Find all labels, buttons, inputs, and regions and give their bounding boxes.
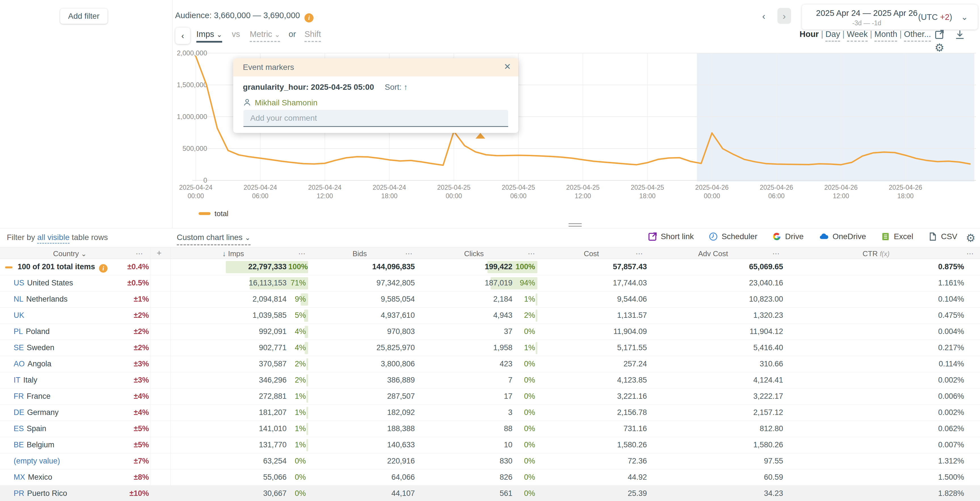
table-row[interactable]: BEBelgium±5%131,7701%140,633100%1,580.26… [0, 437, 980, 453]
column-menu-icon[interactable]: ⋯ [636, 249, 643, 258]
percent-bar [536, 294, 538, 306]
column-header-ctr[interactable]: CTR f(x) [862, 249, 889, 258]
column-header-clicks[interactable]: Clicks [423, 249, 484, 258]
cell-ctr: 0.114% [874, 359, 964, 369]
column-menu-icon[interactable]: ⋯ [135, 249, 143, 258]
person-icon [243, 98, 251, 108]
cell-bids: 182,092 [326, 408, 415, 417]
column-header-country[interactable]: Country ⌄ [53, 249, 86, 258]
cell-country[interactable]: SESweden [14, 343, 54, 352]
y-axis-tick-label: 0 [204, 176, 207, 184]
cell-imps: 272,881 [187, 392, 286, 401]
cell-cost: 4,123.85 [562, 376, 647, 385]
add-column-button[interactable]: + [157, 248, 162, 258]
cell-bids: 97,342,805 [326, 279, 415, 287]
cell-country[interactable]: ITItaly [14, 376, 37, 385]
cell-clicks-percent: 1% [514, 343, 535, 352]
cell-cost: 25.39 [562, 489, 647, 498]
cell-bids: 287,507 [326, 392, 415, 401]
cell-clicks: 88 [437, 424, 512, 433]
cell-clicks-percent: 0% [514, 359, 535, 369]
cell-ctr: 0.002% [874, 376, 964, 385]
column-header-bids[interactable]: Bids [306, 249, 367, 258]
table-row[interactable]: (empty value)±7%63,2540%220,9168300%72.3… [0, 453, 980, 469]
onedrive-button[interactable]: OneDrive [818, 232, 866, 241]
table-row[interactable]: MXMexico±8%55,0660%64,0668260%44.9260.59… [0, 469, 980, 486]
cell-ctr: 0.217% [874, 343, 964, 352]
cell-country[interactable]: AOAngola [14, 359, 51, 369]
table-settings-gear-icon[interactable]: ⚙ [966, 232, 975, 244]
table-row[interactable]: DEGermany±4%181,2071%182,09230%2,156.782… [0, 405, 980, 421]
percent-bar [306, 358, 308, 370]
close-icon[interactable]: ✕ [504, 62, 511, 72]
table-row[interactable]: NLNetherlands±1%2,094,8149%9,585,0542,18… [0, 291, 980, 308]
event-author[interactable]: Mikhail Shamonin [243, 98, 318, 108]
sort-toggle[interactable]: Sort: ↑ [385, 83, 408, 92]
excel-button[interactable]: Excel [881, 232, 913, 241]
cell-country[interactable]: USUnited States [14, 279, 73, 287]
cell-country[interactable]: NLNetherlands [14, 295, 68, 304]
table-row[interactable]: AOAngola±3%370,5872%3,800,8064230%257.24… [0, 356, 980, 372]
table-row[interactable]: USUnited States±0.5%16,113,15371%97,342,… [0, 275, 980, 291]
percent-bar [306, 423, 308, 435]
column-menu-icon[interactable]: ⋯ [772, 249, 780, 258]
chart-resize-handle[interactable] [569, 223, 582, 228]
cell-clicks: 423 [437, 359, 512, 369]
all-visible-link[interactable]: all visible [37, 233, 70, 244]
custom-chart-lines-dropdown[interactable]: Custom chart lines ⌄ [177, 233, 251, 246]
table-row[interactable]: ITItaly±3%346,2962%386,88970%4,123.854,1… [0, 372, 980, 389]
table-row[interactable]: PRPuerto Rico±10%30,6670%44,1075610%25.3… [0, 486, 980, 501]
csv-button[interactable]: CSV [928, 232, 957, 241]
filter-by-label: Filter by all visible table rows [7, 233, 108, 242]
x-axis-tick-label: 2025-04-25 [566, 184, 600, 191]
percent-bar [306, 439, 308, 451]
cell-country[interactable]: BEBelgium [14, 440, 54, 449]
cell-uncertainty: ±0.4% [85, 262, 149, 271]
cell-country[interactable]: (empty value) [14, 457, 60, 466]
column-menu-icon[interactable]: ⋯ [298, 249, 306, 258]
cell-cost: 57,857.43 [562, 262, 647, 271]
table-body: 100 of 201 total itemsi±0.4%22,797,33310… [0, 259, 980, 501]
scheduler-button[interactable]: Scheduler [708, 232, 757, 241]
comment-input[interactable] [243, 110, 508, 127]
table-row[interactable]: SESweden±2%902,7714%25,825,9701,9581%5,1… [0, 340, 980, 356]
x-axis-tick-time: 18:00 [381, 192, 398, 199]
cell-imps-percent: 4% [288, 327, 306, 336]
cell-country[interactable]: PRPuerto Rico [14, 489, 67, 498]
cell-ctr: 0.002% [874, 408, 964, 417]
cell-cost: 3,221.16 [562, 392, 647, 401]
cell-clicks-percent: 94% [514, 279, 535, 287]
legend-item-total[interactable]: total [199, 209, 228, 218]
cell-bids: 188,388 [326, 424, 415, 433]
table-row[interactable]: FRFrance±4%272,8811%287,507170%3,221.163… [0, 389, 980, 405]
column-header-cost[interactable]: Cost [539, 249, 599, 258]
cell-clicks-percent: 0% [514, 327, 535, 336]
cell-clicks: 10 [437, 440, 512, 449]
cell-country[interactable]: UK [14, 311, 24, 320]
percent-bar [306, 391, 308, 403]
table-row[interactable]: ESSpain±5%141,0101%188,388880%731.16812.… [0, 421, 980, 437]
column-header-imps[interactable]: ↓ Imps [181, 249, 244, 258]
cell-country[interactable]: ESSpain [14, 424, 46, 433]
selected-time-region[interactable] [697, 53, 974, 182]
column-header-adv-cost[interactable]: Adv Cost [667, 249, 728, 258]
cell-country[interactable]: DEGermany [14, 408, 59, 417]
cell-country[interactable]: FRFrance [14, 392, 51, 401]
table-row[interactable]: UK±2%1,039,5855%4,937,6104,9432%1,131.57… [0, 308, 980, 324]
google-drive-button[interactable]: Drive [772, 232, 803, 241]
y-axis-tick-label: 500,000 [183, 145, 207, 152]
table-row[interactable]: 100 of 201 total itemsi±0.4%22,797,33310… [0, 259, 980, 275]
cell-country[interactable]: PLPoland [14, 327, 50, 336]
cell-clicks: 3 [437, 408, 512, 417]
column-menu-icon[interactable]: ⋯ [405, 249, 413, 258]
cell-country[interactable]: MXMexico [14, 473, 52, 482]
column-menu-icon[interactable]: ⋯ [528, 249, 535, 258]
total-line-swatch-icon [5, 266, 13, 268]
cell-adv-cost: 3,222.17 [692, 392, 783, 401]
x-axis-tick-label: 2025-04-25 [502, 184, 535, 191]
column-menu-icon[interactable]: ⋯ [966, 249, 974, 258]
cell-adv-cost: 10,823.00 [692, 295, 783, 304]
legend-label: total [215, 209, 228, 218]
table-row[interactable]: PLPoland±2%992,0914%970,803370%11,904.09… [0, 324, 980, 340]
short-link-button[interactable]: Short link [648, 232, 694, 241]
